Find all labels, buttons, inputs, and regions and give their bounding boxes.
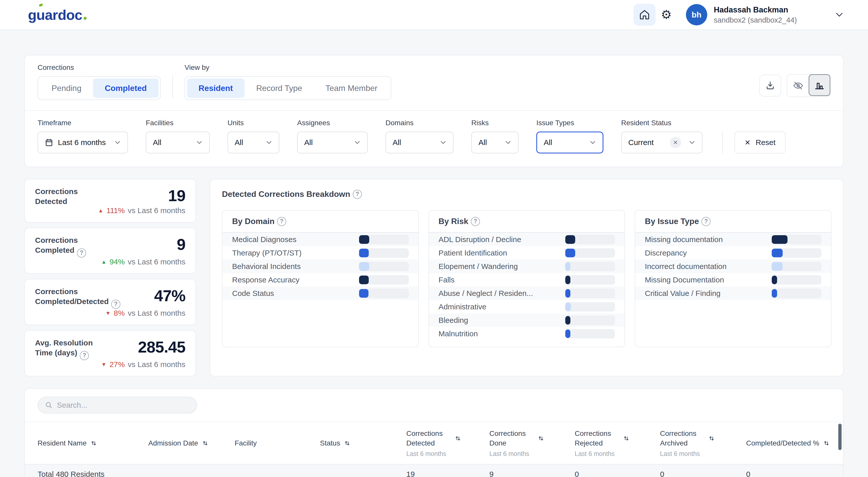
timeframe-select[interactable]: Last 6 months bbox=[38, 131, 128, 153]
sort-icon[interactable] bbox=[823, 440, 830, 447]
kpi-delta-suffix: vs Last 6 months bbox=[128, 206, 185, 215]
filter-units: Units All bbox=[227, 119, 279, 153]
sort-icon[interactable] bbox=[623, 435, 630, 442]
total-pct: 0 bbox=[746, 470, 843, 477]
kpi-value: 285.45 bbox=[138, 338, 185, 360]
kpi-delta-suffix: vs Last 6 months bbox=[128, 360, 185, 369]
breakdown-row-label: Critical Value / Finding bbox=[645, 289, 720, 298]
bar-fill bbox=[359, 289, 369, 298]
chevron-down-icon bbox=[584, 141, 596, 145]
column-header-completed-detected-pct[interactable]: Completed/Detected % bbox=[746, 439, 843, 447]
toggle-option-team-member[interactable]: Team Member bbox=[314, 79, 389, 98]
breakdown-rows: ADL Disruption / Decline Patient Identif… bbox=[429, 233, 625, 340]
facilities-select[interactable]: All bbox=[146, 131, 210, 153]
issue-types-select[interactable]: All bbox=[536, 131, 603, 153]
breakdown-row-label: Missing Documentation bbox=[645, 276, 724, 284]
toggle-option-pending[interactable]: Pending bbox=[40, 79, 93, 98]
column-header-resident-name[interactable]: Resident Name bbox=[38, 439, 148, 447]
sort-icon[interactable] bbox=[537, 435, 545, 442]
help-icon[interactable]: ? bbox=[77, 248, 86, 258]
breakdown-col-domain: By Domain? Medical Diagnoses Therapy (PT… bbox=[222, 210, 419, 347]
corrections-toggle-group: Corrections Pending Completed bbox=[38, 63, 161, 100]
sort-icon[interactable] bbox=[708, 435, 715, 442]
sort-icon[interactable] bbox=[454, 435, 461, 442]
column-header-facility[interactable]: Facility bbox=[235, 439, 320, 447]
breakdown-row: Incorrect documentation bbox=[635, 260, 831, 273]
table-scrollbar[interactable] bbox=[838, 424, 842, 450]
help-icon[interactable]: ? bbox=[471, 217, 480, 226]
hide-charts-button[interactable] bbox=[787, 75, 809, 96]
column-header-corrections-rejected[interactable]: Corrections Rejected Last 6 months bbox=[575, 429, 660, 458]
corrections-toggle: Pending Completed bbox=[38, 76, 161, 100]
breakdown-row-label: Discrepancy bbox=[645, 249, 687, 257]
sort-icon[interactable] bbox=[344, 440, 351, 447]
bar-track bbox=[565, 248, 615, 258]
assignees-label: Assignees bbox=[297, 119, 368, 127]
toggles-row: Corrections Pending Completed View by Re… bbox=[25, 55, 843, 110]
breakdown-row: Malnutrition bbox=[429, 327, 625, 340]
bar-track bbox=[772, 235, 821, 244]
breakdown-row-label: Administrative bbox=[439, 302, 486, 311]
home-icon bbox=[639, 9, 650, 20]
kpi-delta-value: 94% bbox=[110, 258, 125, 266]
issue-types-value: All bbox=[544, 138, 552, 147]
home-button[interactable] bbox=[633, 4, 655, 26]
breakdown-row-label: Malnutrition bbox=[439, 329, 478, 338]
viewby-toggle-group: View by Resident Record Type Team Member bbox=[185, 63, 391, 100]
search-input[interactable] bbox=[57, 401, 190, 410]
reset-button[interactable]: ✕ Reset bbox=[735, 131, 786, 153]
bar-track bbox=[565, 262, 615, 271]
help-icon[interactable]: ? bbox=[80, 351, 89, 360]
export-button[interactable] bbox=[759, 75, 781, 96]
column-header-corrections-archived[interactable]: Corrections Archived Last 6 months bbox=[660, 429, 746, 458]
column-header-corrections-done[interactable]: Corrections Done Last 6 months bbox=[489, 429, 575, 458]
toggle-option-completed[interactable]: Completed bbox=[93, 79, 158, 98]
breakdown-row: Response Accuracy bbox=[222, 273, 418, 287]
clear-filter-icon[interactable]: ✕ bbox=[670, 137, 681, 148]
kpi-delta: ▲ 111% vs Last 6 months bbox=[35, 206, 185, 215]
column-header-admission-date[interactable]: Admission Date bbox=[148, 439, 235, 447]
settings-button[interactable]: ⚙ bbox=[655, 4, 677, 26]
sort-icon[interactable] bbox=[202, 440, 209, 447]
kpi-label: Corrections Completed? bbox=[35, 235, 101, 258]
topbar: guardoc ⚙ bh Hadassah Backman sandbox2 (… bbox=[0, 0, 868, 30]
reset-label: Reset bbox=[755, 138, 775, 147]
sort-icon[interactable] bbox=[90, 440, 97, 447]
assignees-select[interactable]: All bbox=[297, 131, 368, 153]
filter-resident-status: Resident Status Current ✕ bbox=[621, 119, 703, 153]
toggle-option-resident[interactable]: Resident bbox=[187, 79, 245, 98]
kpi-card-detected: Corrections Detected 19 ▲ 111% vs Last 6… bbox=[24, 179, 196, 222]
domains-select[interactable]: All bbox=[385, 131, 454, 153]
column-header-status[interactable]: Status bbox=[320, 439, 406, 447]
risks-select[interactable]: All bbox=[471, 131, 519, 153]
user-menu-chevron-icon[interactable] bbox=[835, 12, 844, 18]
help-icon[interactable]: ? bbox=[702, 217, 711, 226]
toggle-option-record-type[interactable]: Record Type bbox=[245, 79, 314, 98]
kpi-card-resolution-time: Avg. Resolution Time (days)? 285.45 ▼ 27… bbox=[24, 330, 196, 377]
user-avatar[interactable]: bh bbox=[686, 4, 707, 25]
risks-label: Risks bbox=[471, 119, 519, 127]
kpi-value: 47% bbox=[154, 287, 185, 309]
reset-divider bbox=[722, 131, 723, 153]
domains-label: Domains bbox=[385, 119, 454, 127]
bar-fill bbox=[772, 289, 777, 298]
chevron-down-icon bbox=[349, 141, 361, 145]
units-select[interactable]: All bbox=[227, 131, 279, 153]
bar-fill bbox=[359, 262, 370, 271]
filter-assignees: Assignees All bbox=[297, 119, 368, 153]
column-subtitle: Last 6 months bbox=[575, 450, 660, 457]
chart-view-button[interactable] bbox=[809, 74, 830, 96]
column-header-corrections-detected[interactable]: Corrections Detected Last 6 months bbox=[406, 429, 489, 458]
bar-fill bbox=[359, 276, 369, 284]
kpi-card-completed: Corrections Completed? 9 ▲ 94% vs Last 6… bbox=[24, 228, 196, 274]
domains-value: All bbox=[393, 138, 401, 147]
help-icon[interactable]: ? bbox=[353, 190, 362, 199]
kpi-label: Avg. Resolution Time (days)? bbox=[35, 338, 101, 360]
resident-status-select[interactable]: Current ✕ bbox=[621, 131, 703, 153]
help-icon[interactable]: ? bbox=[277, 217, 286, 226]
help-icon[interactable]: ? bbox=[111, 300, 120, 309]
breakdown-rows: Missing documentation Discrepancy Incorr… bbox=[635, 233, 831, 300]
kpi-column: Corrections Detected 19 ▲ 111% vs Last 6… bbox=[24, 179, 196, 377]
trend-arrow-icon: ▼ bbox=[101, 361, 106, 367]
bar-fill bbox=[565, 249, 575, 257]
